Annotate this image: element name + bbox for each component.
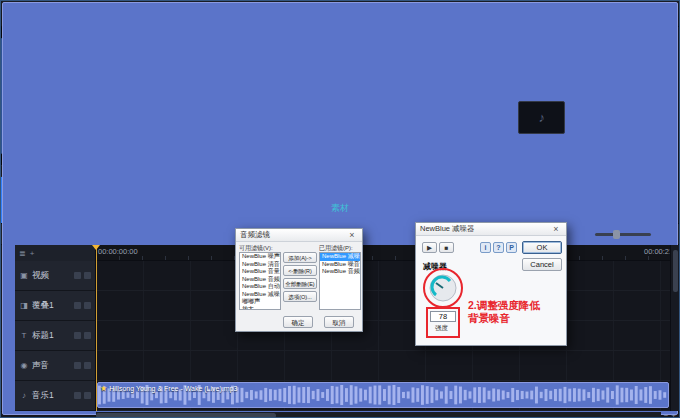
- track-lock-icon[interactable]: [84, 272, 91, 279]
- timeline-ruler[interactable]: 00:00:00:00 00:00:07:00 00:00:14:00 00:0…: [96, 245, 670, 261]
- scrollbar-thumb[interactable]: [96, 413, 276, 418]
- music-track-icon: ♪: [19, 391, 29, 400]
- ok-button[interactable]: 确定: [283, 316, 313, 328]
- preview-stop-button[interactable]: ■: [439, 242, 454, 253]
- audio-filter-dialog: 音频滤镜 × 可用滤镜(V): 已用滤镜(P): NewBlue 噪声消除 Ne…: [235, 228, 363, 332]
- overlay-track-lane[interactable]: [96, 291, 670, 321]
- zoom-slider-thumb[interactable]: [613, 230, 620, 239]
- filter-option[interactable]: NewBlue 音频润色: [320, 268, 360, 276]
- thumbnail: [518, 101, 565, 134]
- add-track-icon[interactable]: +: [30, 249, 35, 258]
- voice-track-lane[interactable]: [96, 351, 670, 381]
- app-window: V 文件 编辑 工具 设置 帮助 捕获 编辑 共享 未命名, 1920*1080: [0, 0, 680, 418]
- filter-option[interactable]: NewBlue 音量泵: [240, 268, 280, 276]
- track-header-overlay[interactable]: ◨ 覆叠1: [15, 291, 96, 321]
- timeline-vertical-scrollbar[interactable]: [670, 245, 679, 411]
- track-label: 覆叠1: [32, 300, 54, 312]
- ruler-header: ≣ +: [15, 245, 96, 261]
- noise-reducer-dialog: NewBlue 减噪器 × ▶ ■ i ? P OK Cancel 减噪器 78…: [415, 222, 567, 346]
- filter-option[interactable]: NewBlue 音频润色: [240, 276, 280, 284]
- available-filters-list[interactable]: NewBlue 噪声消除 NewBlue 清音器 NewBlue 音量泵 New…: [239, 252, 281, 310]
- dialog-title: NewBlue 减噪器: [420, 224, 475, 234]
- info-button[interactable]: i: [480, 242, 491, 253]
- track-header-music[interactable]: ♪ 音乐1: [15, 381, 96, 411]
- voice-track-icon: ◉: [19, 361, 29, 370]
- close-icon[interactable]: ×: [550, 224, 562, 234]
- timeline-horizontal-scrollbar-row: − +: [1, 411, 679, 418]
- cancel-button[interactable]: 取消: [324, 316, 354, 328]
- cancel-button[interactable]: Cancel: [522, 258, 562, 271]
- track-enable-icon[interactable]: [74, 392, 81, 399]
- overlay-track-icon: ◨: [19, 301, 29, 310]
- track-row: ♪ 音乐1 ★ Hillsong Young & Free - Wake (Li…: [15, 381, 670, 411]
- filter-option[interactable]: NewBlue 噪音消除: [320, 261, 360, 269]
- filter-option[interactable]: NewBlue 减噪器: [240, 291, 280, 299]
- filter-option-selected[interactable]: NewBlue 减噪器: [320, 253, 360, 261]
- filter-option[interactable]: 放大: [240, 306, 280, 311]
- timeline-playhead[interactable]: [96, 245, 97, 411]
- help-button[interactable]: ?: [493, 242, 504, 253]
- ok-button[interactable]: OK: [522, 241, 562, 254]
- delete-all-button[interactable]: 全部删除(E): [283, 278, 317, 289]
- video-track-icon: ▣: [19, 271, 29, 280]
- scrollbar-thumb[interactable]: [673, 250, 678, 292]
- options-button[interactable]: 选项(O)...: [283, 291, 317, 302]
- dialog-titlebar[interactable]: NewBlue 减噪器 ×: [416, 223, 566, 236]
- close-icon[interactable]: ×: [346, 230, 358, 240]
- clip-label: ★ Hillsong Young & Free - Wake (Live).mp…: [100, 384, 237, 393]
- filter-option[interactable]: NewBlue 噪声消除: [240, 253, 280, 261]
- track-header-voice[interactable]: ◉ 声音: [15, 351, 96, 381]
- timeline-horizontal-scrollbar[interactable]: [96, 412, 661, 418]
- applied-filters-list[interactable]: NewBlue 减噪器 NewBlue 噪音消除 NewBlue 音频润色: [319, 252, 361, 310]
- dialog-titlebar[interactable]: 音频滤镜 ×: [236, 229, 362, 242]
- preview-panel: 项目 素材 ▶ |◀ ◀ ■ ▶ ▶| ↺: [1, 27, 238, 223]
- show-all-tracks-icon[interactable]: ≣: [19, 249, 26, 258]
- music-clip[interactable]: ★ Hillsong Young & Free - Wake (Live).mp…: [97, 382, 669, 408]
- music-track-lane[interactable]: ★ Hillsong Young & Free - Wake (Live).mp…: [96, 381, 670, 411]
- dialog-title: 音频滤镜: [240, 230, 270, 240]
- track-label: 声音: [32, 360, 49, 372]
- delete-filter-button[interactable]: <-删除(R): [283, 265, 317, 276]
- track-lock-icon[interactable]: [84, 362, 91, 369]
- filter-option[interactable]: NewBlue 自动静音: [240, 283, 280, 291]
- add-filter-button[interactable]: 添加(A)->: [283, 252, 317, 263]
- track-enable-icon[interactable]: [74, 272, 81, 279]
- annotation-box: [426, 307, 460, 338]
- track-row: ◉ 声音: [15, 351, 670, 381]
- track-header-title[interactable]: T 标题1: [15, 321, 96, 351]
- ruler-label: 00:00:21:00: [644, 247, 670, 256]
- annotation-circle: [423, 268, 463, 308]
- transport-controls: 项目 素材 ▶ |◀ ◀ ■ ▶ ▶| ↺: [1, 177, 237, 223]
- preset-button[interactable]: P: [506, 242, 517, 253]
- filter-option[interactable]: 嘟嘟声: [240, 298, 280, 306]
- annotation-text: 2.调整强度降低 背景噪音: [468, 299, 540, 325]
- track-label: 音乐1: [32, 390, 54, 402]
- track-label: 视频: [32, 270, 49, 282]
- filter-option[interactable]: NewBlue 清音器: [240, 261, 280, 269]
- video-track-lane[interactable]: [96, 261, 670, 291]
- title-track-lane[interactable]: [96, 321, 670, 351]
- track-enable-icon[interactable]: [74, 332, 81, 339]
- star-icon: ★: [100, 384, 107, 393]
- mode-toggle: 项目 素材: [1, 177, 37, 223]
- clip-name: Hillsong Young & Free - Wake (Live).mp3: [109, 385, 237, 392]
- preview-play-button[interactable]: ▶: [422, 242, 437, 253]
- title-track-icon: T: [19, 331, 29, 340]
- track-enable-icon[interactable]: [74, 302, 81, 309]
- ruler-label: 00:00:00:00: [98, 247, 138, 256]
- track-header-video[interactable]: ▣ 视频: [15, 261, 96, 291]
- main-area: 项目 素材 ▶ |◀ ◀ ■ ▶ ▶| ↺: [1, 27, 679, 223]
- timeline-zoom-slider[interactable]: [595, 233, 651, 236]
- track-lock-icon[interactable]: [84, 392, 91, 399]
- track-lock-icon[interactable]: [84, 332, 91, 339]
- track-lock-icon[interactable]: [84, 302, 91, 309]
- track-enable-icon[interactable]: [74, 362, 81, 369]
- track-label: 标题1: [32, 330, 54, 342]
